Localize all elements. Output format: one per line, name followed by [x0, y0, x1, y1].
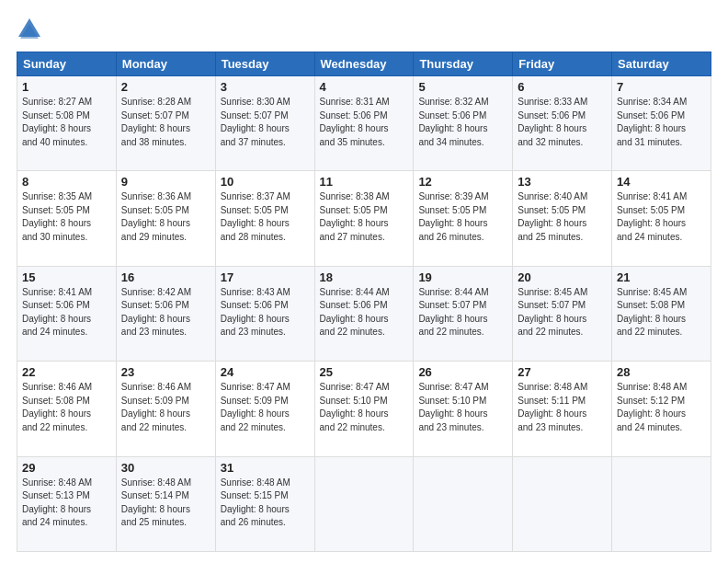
calendar-cell: 9 Sunrise: 8:36 AMSunset: 5:05 PMDayligh… [116, 171, 215, 266]
day-detail: Sunrise: 8:48 AMSunset: 5:13 PMDaylight:… [22, 477, 92, 528]
col-header-monday: Monday [116, 52, 215, 76]
calendar-cell: 20 Sunrise: 8:45 AMSunset: 5:07 PMDaylig… [513, 266, 612, 361]
col-header-sunday: Sunday [17, 52, 117, 76]
calendar-cell: 16 Sunrise: 8:42 AMSunset: 5:06 PMDaylig… [116, 266, 215, 361]
calendar-cell: 4 Sunrise: 8:31 AMSunset: 5:06 PMDayligh… [314, 76, 414, 171]
day-number: 7 [617, 80, 706, 94]
day-detail: Sunrise: 8:45 AMSunset: 5:08 PMDaylight:… [617, 287, 687, 338]
calendar-cell: 12 Sunrise: 8:39 AMSunset: 5:05 PMDaylig… [414, 171, 513, 266]
day-number: 31 [221, 461, 310, 475]
day-number: 1 [22, 80, 111, 94]
calendar-cell: 2 Sunrise: 8:28 AMSunset: 5:07 PMDayligh… [116, 76, 215, 171]
day-number: 9 [121, 175, 210, 189]
calendar-cell: 29 Sunrise: 8:48 AMSunset: 5:13 PMDaylig… [17, 456, 117, 551]
day-detail: Sunrise: 8:48 AMSunset: 5:11 PMDaylight:… [518, 382, 587, 432]
day-number: 22 [22, 365, 111, 379]
day-number: 24 [221, 365, 310, 379]
calendar-cell: 26 Sunrise: 8:47 AMSunset: 5:10 PMDaylig… [414, 362, 513, 456]
day-detail: Sunrise: 8:28 AMSunset: 5:07 PMDaylight:… [121, 97, 191, 147]
logo [17, 17, 46, 42]
calendar-week-4: 22 Sunrise: 8:46 AMSunset: 5:08 PMDaylig… [17, 362, 711, 456]
day-detail: Sunrise: 8:34 AMSunset: 5:06 PMDaylight:… [617, 97, 687, 147]
calendar-week-3: 15 Sunrise: 8:41 AMSunset: 5:06 PMDaylig… [17, 266, 711, 361]
calendar-cell: 21 Sunrise: 8:45 AMSunset: 5:08 PMDaylig… [612, 266, 711, 361]
page: SundayMondayTuesdayWednesdayThursdayFrid… [0, 0, 728, 563]
calendar-header-row: SundayMondayTuesdayWednesdayThursdayFrid… [17, 52, 711, 76]
calendar-cell [414, 456, 513, 551]
day-detail: Sunrise: 8:48 AMSunset: 5:15 PMDaylight:… [221, 477, 290, 528]
calendar-cell: 17 Sunrise: 8:43 AMSunset: 5:06 PMDaylig… [215, 266, 314, 361]
day-detail: Sunrise: 8:43 AMSunset: 5:06 PMDaylight:… [221, 287, 290, 338]
calendar-cell [314, 456, 414, 551]
day-detail: Sunrise: 8:48 AMSunset: 5:12 PMDaylight:… [617, 382, 687, 432]
day-number: 18 [320, 270, 409, 284]
day-detail: Sunrise: 8:35 AMSunset: 5:05 PMDaylight:… [22, 191, 92, 242]
day-number: 14 [617, 175, 706, 189]
col-header-thursday: Thursday [414, 52, 513, 76]
calendar-cell: 24 Sunrise: 8:47 AMSunset: 5:09 PMDaylig… [215, 362, 314, 456]
calendar-cell: 6 Sunrise: 8:33 AMSunset: 5:06 PMDayligh… [513, 76, 612, 171]
calendar-cell: 5 Sunrise: 8:32 AMSunset: 5:06 PMDayligh… [414, 76, 513, 171]
day-detail: Sunrise: 8:47 AMSunset: 5:10 PMDaylight:… [418, 382, 488, 432]
calendar-week-1: 1 Sunrise: 8:27 AMSunset: 5:08 PMDayligh… [17, 76, 711, 171]
calendar-cell: 18 Sunrise: 8:44 AMSunset: 5:06 PMDaylig… [314, 266, 414, 361]
calendar-cell: 30 Sunrise: 8:48 AMSunset: 5:14 PMDaylig… [116, 456, 215, 551]
day-detail: Sunrise: 8:44 AMSunset: 5:06 PMDaylight:… [320, 287, 390, 338]
day-detail: Sunrise: 8:47 AMSunset: 5:09 PMDaylight:… [221, 382, 290, 432]
col-header-wednesday: Wednesday [314, 52, 414, 76]
day-detail: Sunrise: 8:48 AMSunset: 5:14 PMDaylight:… [121, 477, 191, 528]
calendar-cell: 27 Sunrise: 8:48 AMSunset: 5:11 PMDaylig… [513, 362, 612, 456]
day-detail: Sunrise: 8:33 AMSunset: 5:06 PMDaylight:… [518, 97, 587, 147]
col-header-saturday: Saturday [612, 52, 711, 76]
day-number: 12 [418, 175, 507, 189]
calendar-cell: 31 Sunrise: 8:48 AMSunset: 5:15 PMDaylig… [215, 456, 314, 551]
day-detail: Sunrise: 8:27 AMSunset: 5:08 PMDaylight:… [22, 97, 92, 147]
calendar-cell: 28 Sunrise: 8:48 AMSunset: 5:12 PMDaylig… [612, 362, 711, 456]
day-number: 30 [121, 461, 210, 475]
day-number: 25 [320, 365, 409, 379]
day-number: 29 [22, 461, 111, 475]
calendar-cell: 19 Sunrise: 8:44 AMSunset: 5:07 PMDaylig… [414, 266, 513, 361]
day-number: 27 [518, 365, 607, 379]
calendar-cell [612, 456, 711, 551]
day-detail: Sunrise: 8:47 AMSunset: 5:10 PMDaylight:… [320, 382, 390, 432]
calendar-week-2: 8 Sunrise: 8:35 AMSunset: 5:05 PMDayligh… [17, 171, 711, 266]
day-number: 5 [418, 80, 507, 94]
day-detail: Sunrise: 8:31 AMSunset: 5:06 PMDaylight:… [320, 97, 390, 147]
day-number: 6 [518, 80, 607, 94]
day-detail: Sunrise: 8:41 AMSunset: 5:05 PMDaylight:… [617, 191, 687, 242]
day-detail: Sunrise: 8:44 AMSunset: 5:07 PMDaylight:… [418, 287, 488, 338]
col-header-tuesday: Tuesday [215, 52, 314, 76]
day-detail: Sunrise: 8:38 AMSunset: 5:05 PMDaylight:… [320, 191, 390, 242]
calendar-cell: 8 Sunrise: 8:35 AMSunset: 5:05 PMDayligh… [17, 171, 117, 266]
col-header-friday: Friday [513, 52, 612, 76]
day-detail: Sunrise: 8:32 AMSunset: 5:06 PMDaylight:… [418, 97, 488, 147]
day-number: 28 [617, 365, 706, 379]
calendar-table: SundayMondayTuesdayWednesdayThursdayFrid… [17, 52, 711, 552]
calendar-cell: 1 Sunrise: 8:27 AMSunset: 5:08 PMDayligh… [17, 76, 117, 171]
calendar-cell: 14 Sunrise: 8:41 AMSunset: 5:05 PMDaylig… [612, 171, 711, 266]
day-detail: Sunrise: 8:30 AMSunset: 5:07 PMDaylight:… [221, 97, 290, 147]
calendar-cell: 10 Sunrise: 8:37 AMSunset: 5:05 PMDaylig… [215, 171, 314, 266]
calendar-cell [513, 456, 612, 551]
day-number: 23 [121, 365, 210, 379]
calendar-cell: 13 Sunrise: 8:40 AMSunset: 5:05 PMDaylig… [513, 171, 612, 266]
day-number: 3 [221, 80, 310, 94]
day-detail: Sunrise: 8:36 AMSunset: 5:05 PMDaylight:… [121, 191, 191, 242]
header [17, 17, 711, 42]
calendar-cell: 11 Sunrise: 8:38 AMSunset: 5:05 PMDaylig… [314, 171, 414, 266]
day-detail: Sunrise: 8:39 AMSunset: 5:05 PMDaylight:… [418, 191, 488, 242]
calendar-cell: 22 Sunrise: 8:46 AMSunset: 5:08 PMDaylig… [17, 362, 117, 456]
day-number: 2 [121, 80, 210, 94]
day-number: 16 [121, 270, 210, 284]
day-number: 17 [221, 270, 310, 284]
day-number: 10 [221, 175, 310, 189]
day-number: 13 [518, 175, 607, 189]
day-number: 8 [22, 175, 111, 189]
day-detail: Sunrise: 8:45 AMSunset: 5:07 PMDaylight:… [518, 287, 587, 338]
day-number: 15 [22, 270, 111, 284]
day-detail: Sunrise: 8:37 AMSunset: 5:05 PMDaylight:… [221, 191, 290, 242]
calendar-cell: 23 Sunrise: 8:46 AMSunset: 5:09 PMDaylig… [116, 362, 215, 456]
day-number: 20 [518, 270, 607, 284]
calendar-cell: 3 Sunrise: 8:30 AMSunset: 5:07 PMDayligh… [215, 76, 314, 171]
